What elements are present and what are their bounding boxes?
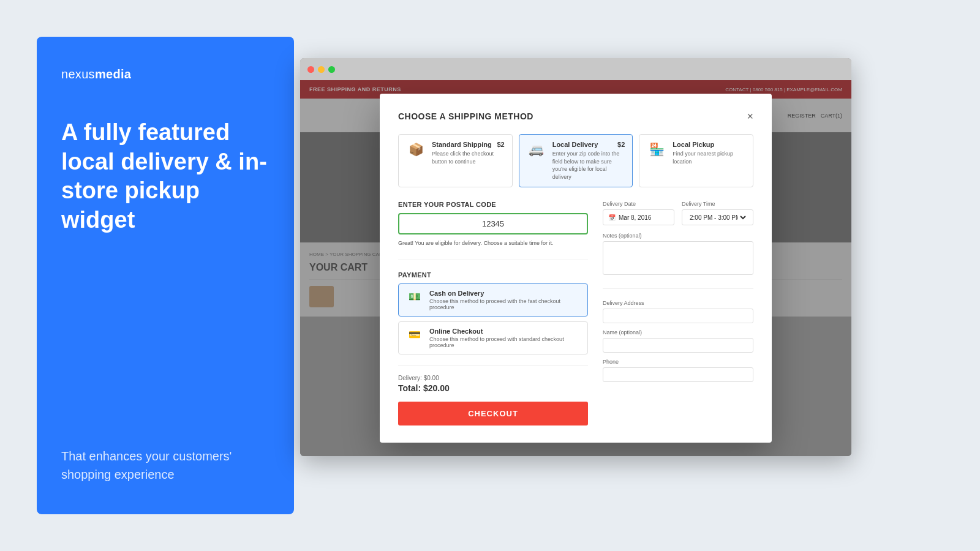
modal-title: CHOOSE A SHIPPING METHOD bbox=[398, 111, 533, 121]
standard-shipping-icon: 📦 bbox=[406, 141, 426, 158]
delivery-time-group: Delivery Time 2:00 PM - 3:00 PM 3:00 PM … bbox=[682, 201, 753, 225]
standard-shipping-desc: Please click the checkout button to cont… bbox=[432, 150, 505, 165]
phone-input[interactable] bbox=[603, 367, 753, 382]
main-headline: A fully featured local delivery & in-sto… bbox=[61, 118, 270, 234]
local-delivery-desc: Enter your zip code into the field below… bbox=[552, 150, 625, 181]
delivery-fields: Delivery Date 📅 Mar 8, 2016 Delivery Tim… bbox=[603, 201, 753, 225]
divider-1 bbox=[398, 260, 588, 260]
divider-2 bbox=[603, 288, 753, 289]
browser-dot-red[interactable] bbox=[307, 66, 314, 73]
modal-close-button[interactable]: × bbox=[747, 111, 753, 122]
delivery-date-value: Mar 8, 2016 bbox=[619, 214, 651, 221]
delivery-cost: Delivery: $0.00 bbox=[398, 375, 588, 381]
online-checkout-icon: 💳 bbox=[406, 328, 423, 342]
logo-bold: media bbox=[95, 67, 131, 81]
browser-dot-green[interactable] bbox=[328, 66, 335, 73]
online-name: Online Checkout bbox=[429, 328, 580, 335]
shipping-card-local-delivery[interactable]: 🚐 Local Delivery $2 Enter your zip code … bbox=[519, 134, 633, 187]
cod-info: Cash on Delivery Choose this method to p… bbox=[429, 290, 580, 310]
notes-label: Notes (optional) bbox=[603, 233, 753, 239]
local-delivery-info: Local Delivery $2 Enter your zip code in… bbox=[552, 141, 625, 181]
modal-columns: ENTER YOUR POSTAL CODE Great! You are el… bbox=[398, 201, 753, 425]
cod-desc: Choose this method to proceed with the f… bbox=[429, 298, 580, 310]
shipping-card-local-pickup[interactable]: 🏪 Local Pickup Find your nearest pickup … bbox=[639, 134, 753, 187]
modal-right-column: Delivery Date 📅 Mar 8, 2016 Delivery Tim… bbox=[603, 201, 753, 425]
postal-code-input[interactable] bbox=[398, 213, 588, 234]
logo-light: nexus bbox=[61, 67, 95, 81]
name-label: Name (optional) bbox=[603, 329, 753, 335]
delivery-time-label: Delivery Time bbox=[682, 201, 753, 207]
cod-name: Cash on Delivery bbox=[429, 290, 580, 297]
delivery-date-label: Delivery Date bbox=[603, 201, 674, 207]
local-pickup-desc: Find your nearest pickup location bbox=[673, 150, 745, 165]
delivery-date-input[interactable]: 📅 Mar 8, 2016 bbox=[603, 209, 674, 225]
phone-label: Phone bbox=[603, 359, 753, 365]
standard-shipping-price: $2 bbox=[497, 141, 504, 148]
browser-dot-yellow[interactable] bbox=[318, 66, 325, 73]
modal-header: CHOOSE A SHIPPING METHOD × bbox=[398, 111, 753, 122]
browser-bar bbox=[300, 58, 851, 80]
delivery-address-section: Delivery Address Name (optional) Phone bbox=[603, 300, 753, 388]
local-delivery-price: $2 bbox=[617, 141, 625, 148]
delivery-address-label: Delivery Address bbox=[603, 300, 753, 306]
standard-shipping-info: Standard Shipping $2 Please click the ch… bbox=[432, 141, 505, 165]
delivery-date-group: Delivery Date 📅 Mar 8, 2016 bbox=[603, 201, 674, 225]
total-section: Delivery: $0.00 Total: $20.00 CHECKOUT bbox=[398, 365, 588, 425]
notes-textarea[interactable] bbox=[603, 241, 753, 275]
page-wrapper: nexusmedia A fully featured local delive… bbox=[0, 0, 980, 551]
local-delivery-icon: 🚐 bbox=[527, 141, 546, 158]
modal-overlay: CHOOSE A SHIPPING METHOD × 📦 Standard Sh… bbox=[300, 80, 851, 456]
modal-left-column: ENTER YOUR POSTAL CODE Great! You are el… bbox=[398, 201, 588, 425]
cod-icon: 💵 bbox=[406, 290, 423, 304]
calendar-icon: 📅 bbox=[608, 214, 616, 221]
local-pickup-info: Local Pickup Find your nearest pickup lo… bbox=[673, 141, 745, 165]
payment-card-online[interactable]: 💳 Online Checkout Choose this method to … bbox=[398, 321, 588, 354]
local-pickup-icon: 🏪 bbox=[647, 141, 666, 158]
payment-title: PAYMENT bbox=[398, 271, 588, 279]
online-info: Online Checkout Choose this method to pr… bbox=[429, 328, 580, 348]
sub-headline: That enhances your customers' shopping e… bbox=[61, 447, 270, 484]
browser-mockup: FREE SHIPPING AND RETURNS CONTACT | 0800… bbox=[300, 58, 851, 456]
delivery-time-select[interactable]: 2:00 PM - 3:00 PM 3:00 PM - 4:00 PM 4:00… bbox=[687, 214, 748, 222]
name-input[interactable] bbox=[603, 338, 753, 353]
left-panel: nexusmedia A fully featured local delive… bbox=[37, 37, 294, 514]
standard-shipping-name: Standard Shipping bbox=[432, 141, 492, 148]
local-pickup-name: Local Pickup bbox=[673, 141, 714, 148]
online-desc: Choose this method to proceed with stand… bbox=[429, 336, 580, 348]
checkout-button[interactable]: CHECKOUT bbox=[398, 402, 588, 425]
local-delivery-name: Local Delivery bbox=[552, 141, 598, 148]
postal-code-label: ENTER YOUR POSTAL CODE bbox=[398, 201, 588, 208]
shipping-card-standard[interactable]: 📦 Standard Shipping $2 Please click the … bbox=[398, 134, 513, 187]
total-amount: Total: $20.00 bbox=[398, 383, 588, 393]
delivery-time-input[interactable]: 2:00 PM - 3:00 PM 3:00 PM - 4:00 PM 4:00… bbox=[682, 209, 753, 225]
postal-hint: Great! You are eligible for delivery. Ch… bbox=[398, 239, 588, 247]
shipping-modal: CHOOSE A SHIPPING METHOD × 📦 Standard Sh… bbox=[380, 94, 772, 443]
browser-content: FREE SHIPPING AND RETURNS CONTACT | 0800… bbox=[300, 80, 851, 456]
delivery-address-input[interactable] bbox=[603, 309, 753, 323]
payment-card-cod[interactable]: 💵 Cash on Delivery Choose this method to… bbox=[398, 283, 588, 317]
logo: nexusmedia bbox=[61, 67, 270, 81]
shipping-methods-row: 📦 Standard Shipping $2 Please click the … bbox=[398, 134, 753, 187]
